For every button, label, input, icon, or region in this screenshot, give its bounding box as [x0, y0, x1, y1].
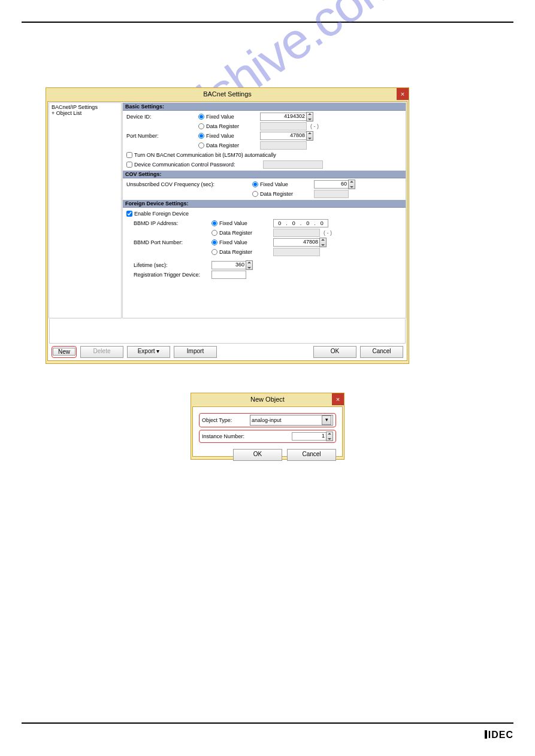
trigger-input[interactable] — [211, 271, 246, 279]
lifetime-label: Lifetime (sec): — [126, 262, 211, 268]
device-id-fixed-radio[interactable] — [198, 114, 204, 120]
comm-password-label: Device Communication Control Password: — [134, 162, 235, 168]
close-icon[interactable]: × — [332, 393, 344, 405]
port-label: Port Number: — [126, 133, 198, 139]
section-foreign-body: Enable Foreign Device BBMD IP Address: F… — [123, 208, 406, 318]
cov-register-input — [314, 190, 349, 198]
object-type-label: Object Type: — [202, 417, 250, 423]
bbmd-port-fixed-radio[interactable] — [211, 239, 217, 245]
cancel-button[interactable]: Cancel — [360, 346, 403, 358]
page-content: manualshive.com BACnet Settings × BACnet… — [22, 23, 513, 460]
bbmd-ip-input[interactable]: 0. 0. 0. 0 — [273, 219, 328, 227]
bbmd-ip-fixed-radio[interactable] — [211, 220, 217, 226]
port-fixed-radio[interactable] — [198, 133, 204, 139]
bottom-rule-wrap — [22, 722, 513, 724]
section-cov-body: Unsubscribed COV Frequency (sec): Fixed … — [123, 178, 406, 200]
dialog-body: Object Type: analog-input ▾ Instance Num… — [192, 406, 343, 457]
bbmd-port-input[interactable]: 47808 — [273, 238, 320, 247]
chevron-down-icon: ▾ — [156, 348, 159, 354]
cov-spinner[interactable] — [348, 180, 355, 189]
fixed-value-label: Fixed Value — [206, 114, 260, 120]
tree-item-settings[interactable]: BACnet/IP Settings — [52, 104, 119, 110]
new-button-highlight: New — [52, 346, 77, 358]
object-type-highlight: Object Type: analog-input ▾ — [199, 413, 336, 427]
new-object-dialog: New Object × Object Type: analog-input ▾… — [191, 393, 344, 460]
chevron-down-icon[interactable]: ▾ — [322, 415, 331, 425]
bbmd-port-label: BBMD Port Number: — [126, 239, 211, 245]
device-id-spinner[interactable] — [306, 112, 313, 122]
cov-freq-label: Unsubscribed COV Frequency (sec): — [126, 181, 252, 187]
export-button[interactable]: Export ▾ — [127, 346, 170, 358]
window-title: New Object — [250, 396, 285, 403]
window-body: BACnet/IP Settings + Object List Basic S… — [47, 101, 407, 361]
section-foreign-head: Foreign Device Settings: — [123, 200, 406, 208]
logo-bar-icon — [485, 730, 487, 739]
bbmd-ip-label: BBMD IP Address: — [126, 220, 211, 226]
button-row: New Delete Export ▾ Import OK Cancel — [48, 344, 407, 360]
device-id-input[interactable]: 4194302 — [260, 113, 307, 121]
ok-button[interactable]: OK — [313, 346, 356, 358]
auto-comm-label: Turn ON BACnet Communication bit (LSM70)… — [134, 152, 276, 158]
port-spinner[interactable] — [306, 131, 313, 141]
idec-logo: IDEC — [485, 730, 513, 740]
bbmd-port-register-input — [273, 248, 320, 256]
upper-pane: BACnet/IP Settings + Object List Basic S… — [48, 102, 407, 319]
settings-panel: Basic Settings: Device ID: Fixed Value 4… — [122, 102, 406, 318]
instance-number-input[interactable]: 1 — [292, 432, 327, 441]
device-id-label: Device ID: — [126, 114, 198, 120]
delete-button: Delete — [80, 346, 123, 358]
bbmd-ip-register-input — [273, 229, 320, 237]
section-basic-head: Basic Settings: — [123, 103, 406, 111]
device-id-register-radio[interactable] — [198, 123, 204, 129]
register-range: ( - ) — [310, 123, 319, 129]
cov-register-radio[interactable] — [252, 191, 258, 197]
trigger-label: Registration Trigger Device: — [126, 272, 211, 278]
titlebar-newobject: New Object × — [191, 393, 344, 405]
port-input[interactable]: 47808 — [260, 132, 307, 140]
tree-expand-icon[interactable]: + — [52, 110, 56, 116]
data-register-label: Data Register — [206, 123, 260, 129]
cov-freq-input[interactable]: 60 — [314, 180, 349, 189]
tree-item-objectlist[interactable]: + Object List — [52, 110, 119, 116]
section-basic-body: Device ID: Fixed Value 4194302 Data Regi… — [123, 111, 406, 171]
titlebar-bacnet: BACnet Settings × — [46, 88, 409, 100]
enable-foreign-label: Enable Foreign Device — [134, 211, 189, 217]
window-title: BACnet Settings — [203, 90, 252, 98]
section-cov-head: COV Settings: — [123, 171, 406, 178]
bbmd-port-register-radio[interactable] — [211, 249, 217, 255]
lower-list-pane — [49, 319, 406, 344]
port-register-input — [260, 141, 307, 150]
document-page: manualshive.com BACnet Settings × BACnet… — [0, 0, 535, 756]
comm-password-input — [263, 160, 323, 169]
bbmd-port-spinner[interactable] — [319, 238, 327, 247]
lifetime-input[interactable]: 360 — [211, 261, 246, 269]
enable-foreign-checkbox[interactable] — [126, 211, 132, 217]
device-id-register-input — [260, 122, 307, 130]
comm-password-checkbox[interactable] — [126, 162, 132, 168]
instance-number-highlight: Instance Number: 1 — [199, 430, 336, 443]
close-icon[interactable]: × — [397, 88, 409, 100]
nav-tree[interactable]: BACnet/IP Settings + Object List — [49, 102, 122, 318]
bottom-rule — [22, 722, 513, 724]
auto-comm-checkbox[interactable] — [126, 152, 132, 158]
instance-spinner[interactable] — [326, 432, 333, 441]
dialog-buttons: OK Cancel — [199, 449, 336, 461]
lifetime-spinner[interactable] — [246, 260, 253, 270]
bacnet-settings-window: BACnet Settings × BACnet/IP Settings + O… — [46, 87, 409, 364]
cancel-button[interactable]: Cancel — [287, 449, 336, 461]
bbmd-ip-register-radio[interactable] — [211, 230, 217, 236]
ok-button[interactable]: OK — [233, 449, 282, 461]
port-register-radio[interactable] — [198, 142, 204, 148]
object-type-value: analog-input — [252, 417, 282, 423]
instance-number-label: Instance Number: — [202, 433, 250, 439]
new-button[interactable]: New — [53, 348, 75, 356]
object-type-select[interactable]: analog-input ▾ — [250, 415, 333, 426]
import-button[interactable]: Import — [174, 346, 217, 358]
cov-fixed-radio[interactable] — [252, 181, 258, 187]
